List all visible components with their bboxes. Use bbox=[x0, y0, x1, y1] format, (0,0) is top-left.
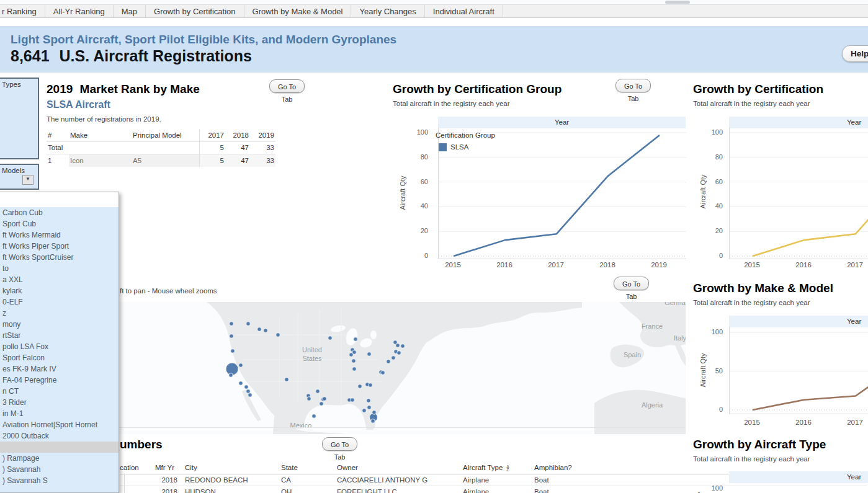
map-registration-dot[interactable] bbox=[244, 385, 249, 389]
map-registration-dot[interactable] bbox=[285, 378, 289, 382]
tab-map[interactable]: Map bbox=[114, 5, 146, 17]
model-list-item[interactable]: 3 Rider bbox=[0, 397, 119, 408]
model-list-item[interactable]: to bbox=[0, 263, 119, 274]
model-list-item[interactable]: ) Savannah bbox=[0, 464, 119, 475]
go-to-tab-button-numbers[interactable]: Go To Tab bbox=[322, 437, 357, 451]
models-filter-box[interactable]: Models ▼ bbox=[0, 164, 39, 190]
map-registration-dot[interactable] bbox=[351, 398, 355, 402]
help-button[interactable]: Help bbox=[842, 45, 868, 62]
scrollbar-thumb[interactable] bbox=[665, 1, 690, 4]
map-registration-dot[interactable] bbox=[367, 352, 372, 357]
model-list-item[interactable]: mony bbox=[0, 319, 119, 330]
market-rank-row[interactable]: 1IconA554733 bbox=[47, 154, 275, 167]
types-filter-box[interactable]: Types bbox=[0, 78, 39, 159]
registration-cell: 2018 bbox=[155, 486, 185, 493]
go-to-tab-button-map[interactable]: Go To Tab bbox=[614, 277, 649, 290]
map-registration-dot[interactable] bbox=[239, 381, 243, 386]
map-registration-dot[interactable] bbox=[397, 351, 401, 355]
model-list-item[interactable]: a XXL bbox=[0, 274, 119, 285]
map-registration-dot[interactable] bbox=[230, 322, 234, 326]
legend-label-slsa[interactable]: SLSA bbox=[450, 143, 468, 151]
map-registration-dot[interactable] bbox=[312, 414, 316, 419]
model-list-item[interactable]: Carbon Cub bbox=[0, 207, 119, 218]
map-registration-dot[interactable] bbox=[248, 393, 253, 398]
map-registration-dot[interactable] bbox=[231, 349, 235, 353]
map-registration-dot[interactable] bbox=[328, 336, 333, 340]
model-list-item[interactable]: 2000 Outback bbox=[0, 430, 119, 442]
map-canvas[interactable]: UnitedStatesMexicoGermaFranceItalySpainA… bbox=[120, 302, 686, 434]
model-list-item[interactable]: Aviation Hornet|Sport Hornet bbox=[0, 419, 119, 430]
map-registration-dot[interactable] bbox=[362, 409, 367, 413]
tab-individual-aircraft[interactable]: Individual Aircraft bbox=[425, 5, 503, 17]
model-list-item[interactable]: ) Savannah S bbox=[0, 475, 119, 486]
map-registration-dot[interactable] bbox=[323, 397, 327, 401]
map-registration-dot[interactable] bbox=[369, 383, 373, 388]
map-registration-dot[interactable] bbox=[371, 419, 375, 424]
map-registration-dot[interactable] bbox=[264, 329, 268, 333]
y-tick-label: 40 bbox=[403, 202, 428, 210]
registration-row[interactable]: 2018HUDSONOHFOREFLIGHT LLCAirplaneBoat bbox=[120, 486, 867, 493]
map-label-germa: Germa bbox=[664, 302, 686, 306]
registrations-col-aircraft-type[interactable]: Aircraft TypeAZ bbox=[463, 463, 534, 474]
map-registration-dot[interactable] bbox=[387, 360, 391, 364]
tab-r-ranking[interactable]: r Ranking bbox=[0, 5, 45, 17]
map-registration-dot[interactable] bbox=[230, 334, 234, 339]
go-to-tab-button-market-rank[interactable]: Go To Tab bbox=[269, 79, 305, 93]
map-registration-dot[interactable] bbox=[239, 363, 243, 368]
line-series-slsa[interactable] bbox=[753, 135, 868, 256]
plot-area-cert_group bbox=[438, 128, 686, 259]
map-registration-dot[interactable] bbox=[276, 333, 280, 337]
model-list-item[interactable]: 0-ELF bbox=[0, 296, 119, 308]
sort-az-icon[interactable]: AZ bbox=[506, 465, 509, 471]
tab-growth-by-make-model[interactable]: Growth by Make & Model bbox=[244, 5, 352, 17]
map-registration-dot[interactable] bbox=[320, 402, 324, 406]
model-list-item[interactable]: FA-04 Peregrine bbox=[0, 375, 119, 386]
top-strip bbox=[0, 0, 868, 5]
models-dropdown-arrow-icon[interactable]: ▼ bbox=[22, 175, 34, 185]
map-registration-dot[interactable] bbox=[349, 353, 354, 357]
model-list-item[interactable]: Sport Falcon bbox=[0, 352, 119, 363]
model-list-item[interactable]: Sport Cub bbox=[0, 218, 119, 229]
line-series-icon-a5[interactable] bbox=[753, 334, 868, 411]
map-registration-dot[interactable] bbox=[391, 356, 396, 360]
map-registration-dot[interactable] bbox=[396, 344, 400, 348]
map-registration-dot[interactable] bbox=[229, 373, 233, 378]
map-registration-dot[interactable] bbox=[257, 327, 262, 332]
tab-yearly-changes[interactable]: Yearly Changes bbox=[351, 5, 424, 17]
model-list-item[interactable] bbox=[0, 442, 119, 453]
map-registration-dot[interactable] bbox=[307, 397, 311, 401]
map-registration-dot[interactable] bbox=[352, 359, 356, 363]
year-band-label: Year bbox=[847, 473, 861, 481]
model-list-item[interactable]: es FK-9 Mark IV bbox=[0, 363, 119, 375]
model-list-item[interactable] bbox=[0, 192, 119, 207]
model-list-item[interactable]: ft Works Piper Sport bbox=[0, 241, 119, 252]
model-list-item[interactable]: z bbox=[0, 308, 119, 319]
map-registration-dot[interactable] bbox=[401, 344, 405, 349]
model-list-item[interactable]: ft Works Mermaid bbox=[0, 229, 119, 241]
market-rank-table: #MakePrincipal Model201720182019 Total54… bbox=[47, 130, 275, 167]
model-list-item[interactable]: kylark bbox=[0, 285, 119, 296]
line-series-slsa[interactable] bbox=[454, 135, 660, 256]
map-lake bbox=[370, 331, 377, 339]
model-list-item[interactable]: ) Rampage bbox=[0, 453, 119, 464]
map-registration-dot[interactable] bbox=[246, 322, 251, 326]
tab-all-yr-ranking[interactable]: All-Yr Ranking bbox=[45, 5, 114, 17]
map-registration-dot[interactable] bbox=[381, 371, 385, 375]
map-registration-dot[interactable] bbox=[354, 337, 358, 342]
map-registration-dot[interactable] bbox=[372, 411, 377, 415]
registration-count: 8,641 bbox=[11, 47, 50, 64]
market-rank-row[interactable]: Total54733 bbox=[47, 141, 275, 154]
map-registration-dot[interactable] bbox=[352, 367, 357, 371]
go-to-tab-button-cert_group[interactable]: Go To Tab bbox=[615, 79, 651, 92]
model-list-item[interactable]: ft Works SportCruiser bbox=[0, 252, 119, 263]
tab-growth-by-certification[interactable]: Growth by Certification bbox=[146, 5, 244, 17]
map-registration-dot[interactable] bbox=[367, 406, 372, 410]
map-registration-dot[interactable] bbox=[316, 389, 320, 394]
map-registration-dot[interactable] bbox=[358, 384, 362, 389]
registration-map[interactable]: UnitedStatesMexicoGermaFranceItalySpainA… bbox=[120, 302, 686, 434]
model-list-item[interactable]: pollo LSA Fox bbox=[0, 341, 119, 352]
map-registration-dot[interactable] bbox=[367, 399, 371, 403]
model-list-item[interactable]: n CT bbox=[0, 386, 119, 397]
model-list-item[interactable]: rtStar bbox=[0, 330, 119, 341]
model-list-item[interactable]: in M-1 bbox=[0, 408, 119, 419]
